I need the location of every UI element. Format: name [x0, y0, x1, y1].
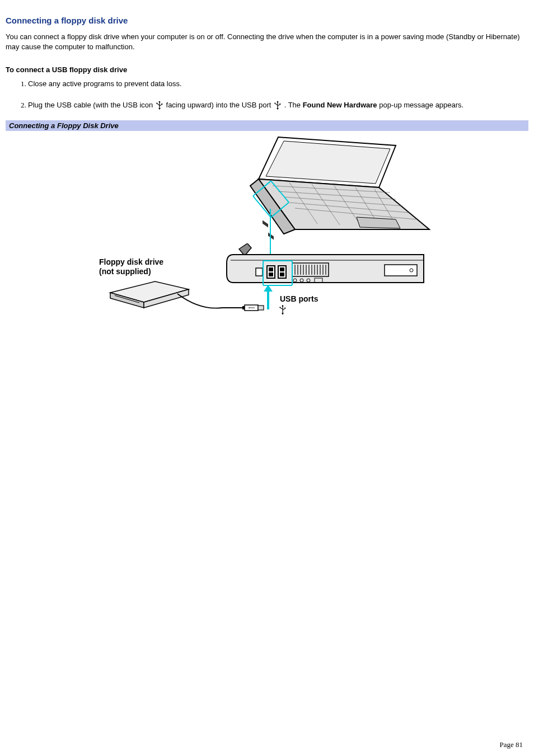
step-2-text-d: pop-up message appears.: [377, 101, 464, 109]
steps-list: Close any active programs to prevent dat…: [6, 78, 528, 110]
section-title: Connecting a floppy disk drive: [6, 16, 528, 25]
svg-rect-44: [242, 306, 245, 309]
svg-point-39: [279, 307, 280, 308]
svg-rect-9: [268, 233, 274, 240]
svg-rect-40: [284, 308, 285, 309]
procedure-title: To connect a USB floppy disk drive: [6, 65, 528, 74]
floppy-drive-label: Floppy disk drive (not supplied): [99, 257, 163, 276]
step-2-text-a: Plug the USB cable (with the USB icon: [28, 101, 155, 109]
step-2: Plug the USB cable (with the USB icon fa…: [28, 100, 528, 111]
connection-arrow-icon: [261, 283, 278, 311]
fdd-label-line2: (not supplied): [99, 267, 151, 276]
usb-ports-label: USB ports: [278, 294, 320, 303]
intro-paragraph: You can connect a floppy disk drive when…: [6, 32, 528, 52]
usb-trident-icon: [273, 101, 282, 110]
usb-trident-icon: [278, 304, 287, 316]
figure-container: Floppy disk drive (not supplied) USB por…: [6, 131, 528, 319]
floppy-drive-illustration: [105, 277, 267, 319]
svg-point-2: [156, 103, 157, 104]
fdd-label-line1: Floppy disk drive: [99, 257, 163, 266]
svg-rect-11: [385, 265, 417, 276]
step-2-text-c: . The: [284, 101, 303, 109]
svg-rect-3: [161, 104, 162, 105]
figure-caption-bar: Connecting a Floppy Disk Drive: [6, 120, 528, 131]
svg-rect-8: [263, 220, 268, 228]
usb-trident-icon: [155, 101, 164, 110]
svg-point-6: [274, 103, 275, 104]
svg-rect-7: [279, 104, 280, 105]
found-new-hardware-label: Found New Hardware: [303, 101, 377, 109]
step-2-text-b: facing upward) into the USB port: [166, 101, 274, 109]
step-1: Close any active programs to prevent dat…: [28, 78, 528, 90]
svg-rect-36: [256, 268, 263, 276]
